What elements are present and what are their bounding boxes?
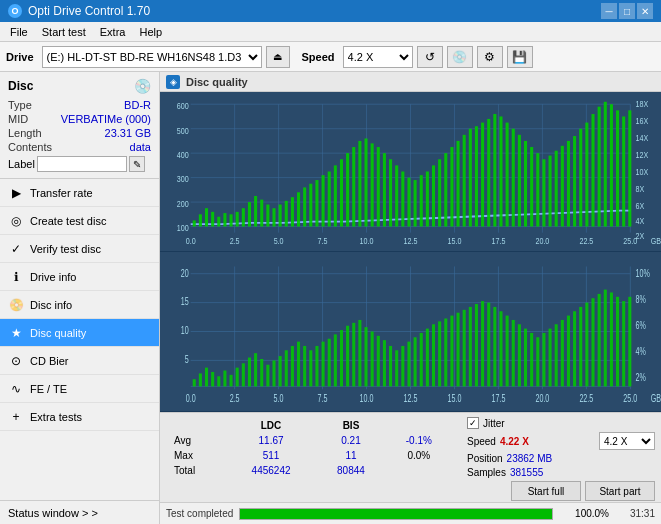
svg-rect-88: [628, 110, 631, 226]
col-ldc: LDC: [227, 419, 315, 432]
minimize-button[interactable]: ─: [601, 3, 617, 19]
start-full-button[interactable]: Start full: [511, 481, 581, 501]
svg-rect-34: [297, 192, 300, 226]
sidebar-item-disc-quality[interactable]: ★ Disc quality: [0, 319, 159, 347]
disc-contents-row: Contents data: [8, 140, 151, 154]
svg-rect-187: [530, 333, 533, 386]
maximize-button[interactable]: □: [619, 3, 635, 19]
menu-file[interactable]: File: [4, 24, 34, 40]
extra-tests-icon: +: [8, 409, 24, 425]
charts-area: LDC Read speed Write speed: [160, 92, 661, 412]
svg-rect-77: [561, 146, 564, 227]
stats-left: LDC BIS Avg 11.67 0.21 -0.1%: [160, 413, 461, 502]
sidebar-item-cd-bier[interactable]: ⊙ CD Bier: [0, 347, 159, 375]
stats-table: LDC BIS Avg 11.67 0.21 -0.1%: [168, 417, 453, 479]
sidebar-item-disc-info[interactable]: 📀 Disc info: [0, 291, 159, 319]
label-input[interactable]: [37, 156, 127, 172]
total-label: Total: [170, 464, 225, 477]
svg-rect-46: [371, 143, 374, 226]
speed-select[interactable]: 4.2 X: [343, 46, 413, 68]
svg-text:17.5: 17.5: [491, 236, 505, 246]
svg-rect-86: [616, 110, 619, 226]
svg-rect-83: [598, 107, 601, 227]
stats-right: ✓ Jitter Speed 4.22 X 4.2 X Position 238…: [461, 413, 661, 502]
svg-rect-33: [291, 197, 294, 226]
svg-rect-87: [622, 116, 625, 226]
svg-rect-155: [334, 334, 337, 386]
sidebar-item-create-test-disc[interactable]: ◎ Create test disc: [0, 207, 159, 235]
svg-rect-192: [561, 320, 564, 386]
jitter-checkbox[interactable]: ✓: [467, 417, 479, 429]
svg-rect-144: [266, 365, 269, 387]
svg-rect-167: [407, 342, 410, 387]
sidebar-item-fe-te[interactable]: ∿ FE / TE: [0, 375, 159, 403]
speed-label: Speed: [302, 51, 335, 63]
disc-button[interactable]: 💿: [447, 46, 473, 68]
svg-text:15: 15: [181, 296, 189, 308]
svg-rect-48: [383, 153, 386, 226]
svg-rect-30: [272, 208, 275, 226]
sidebar-item-verify-test-disc[interactable]: ✓ Verify test disc: [0, 235, 159, 263]
svg-rect-154: [328, 339, 331, 387]
menu-extra[interactable]: Extra: [94, 24, 132, 40]
svg-rect-191: [555, 324, 558, 386]
avg-row: Avg 11.67 0.21 -0.1%: [170, 434, 451, 447]
samples-row: Samples 381555: [467, 467, 655, 478]
svg-rect-74: [542, 159, 545, 226]
sidebar-item-extra-tests[interactable]: + Extra tests: [0, 403, 159, 431]
eject-button[interactable]: ⏏: [266, 46, 290, 68]
svg-text:12X: 12X: [635, 150, 648, 160]
svg-rect-178: [475, 304, 478, 386]
total-ldc-val: 4456242: [227, 464, 315, 477]
svg-text:20.0: 20.0: [535, 393, 549, 405]
svg-rect-145: [272, 360, 275, 386]
content-area: ◈ Disc quality LDC Read speed: [160, 72, 661, 524]
svg-text:25.0: 25.0: [623, 393, 637, 405]
svg-text:25.0: 25.0: [623, 236, 637, 246]
sidebar-item-transfer-rate[interactable]: ▶ Transfer rate: [0, 179, 159, 207]
refresh-button[interactable]: ↺: [417, 46, 443, 68]
settings-button[interactable]: ⚙: [477, 46, 503, 68]
svg-rect-156: [340, 330, 343, 386]
create-test-disc-icon: ◎: [8, 213, 24, 229]
svg-text:5.0: 5.0: [274, 393, 284, 405]
sidebar: Disc 💿 Type BD-R MID VERBATIMe (000) Len…: [0, 72, 160, 524]
action-buttons: Start full Start part: [467, 481, 655, 501]
avg-bis-val: 0.21: [317, 434, 384, 447]
svg-rect-198: [598, 294, 601, 387]
svg-rect-56: [432, 165, 435, 226]
disc-mid-row: MID VERBATIMe (000): [8, 112, 151, 126]
speed-select-stats[interactable]: 4.2 X: [599, 432, 655, 450]
status-window-button[interactable]: Status window > >: [0, 500, 159, 524]
menu-start-test[interactable]: Start test: [36, 24, 92, 40]
svg-rect-141: [248, 358, 251, 387]
sidebar-nav: ▶ Transfer rate ◎ Create test disc ✓ Ver…: [0, 179, 159, 431]
svg-rect-64: [481, 123, 484, 227]
close-button[interactable]: ✕: [637, 3, 653, 19]
svg-rect-75: [549, 156, 552, 227]
save-button[interactable]: 💾: [507, 46, 533, 68]
svg-text:12.5: 12.5: [404, 236, 418, 246]
svg-rect-142: [254, 353, 257, 386]
svg-rect-146: [279, 356, 282, 386]
svg-text:200: 200: [177, 199, 189, 209]
disc-quality-icon: ★: [8, 325, 24, 341]
main-area: Disc 💿 Type BD-R MID VERBATIMe (000) Len…: [0, 72, 661, 524]
svg-rect-149: [297, 342, 300, 387]
disc-quality-icon: ◈: [166, 75, 180, 89]
progress-bar-container: [239, 508, 553, 520]
svg-rect-166: [401, 346, 404, 386]
title-bar: O Opti Drive Control 1.70 ─ □ ✕: [0, 0, 661, 22]
drive-select[interactable]: (E:) HL-DT-ST BD-RE WH16NS48 1.D3: [42, 46, 262, 68]
time-text: 31:31: [615, 508, 655, 519]
svg-text:6%: 6%: [635, 319, 646, 331]
svg-rect-172: [438, 321, 441, 386]
svg-rect-85: [610, 104, 613, 226]
svg-rect-57: [438, 159, 441, 226]
svg-rect-63: [475, 126, 478, 226]
start-part-button[interactable]: Start part: [585, 481, 655, 501]
label-button[interactable]: ✎: [129, 156, 145, 172]
menu-help[interactable]: Help: [133, 24, 168, 40]
sidebar-item-drive-info[interactable]: ℹ Drive info: [0, 263, 159, 291]
svg-rect-35: [303, 187, 306, 226]
